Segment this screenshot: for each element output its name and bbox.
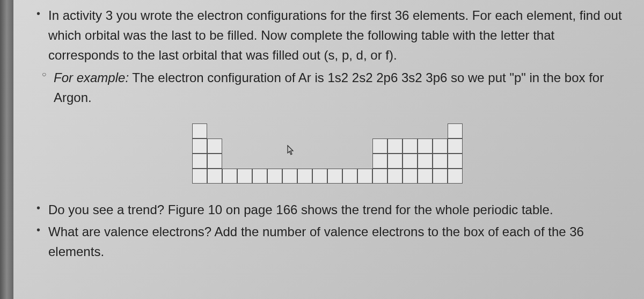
empty-cell [297, 154, 312, 169]
element-cell [192, 123, 207, 138]
empty-cell [372, 123, 387, 138]
example-text: The electron configuration of Ar is 1s2 … [54, 70, 604, 105]
element-cell [207, 138, 222, 154]
element-cell [418, 169, 433, 184]
empty-cell [402, 123, 418, 138]
element-cell [418, 138, 433, 154]
empty-cell [252, 123, 267, 138]
element-cell [433, 169, 448, 184]
element-cell [282, 169, 297, 184]
empty-cell [237, 138, 252, 154]
element-cell [207, 169, 222, 184]
element-cell [192, 169, 207, 184]
element-cell [192, 154, 207, 169]
empty-cell [282, 123, 297, 138]
element-cell [448, 169, 463, 184]
element-cell [402, 169, 418, 184]
element-cell [222, 169, 237, 184]
element-cell [448, 154, 463, 169]
empty-cell [222, 154, 237, 169]
element-cell [372, 169, 387, 184]
element-cell [387, 169, 402, 184]
empty-cell [418, 123, 433, 138]
empty-cell [433, 123, 448, 138]
element-cell [297, 169, 312, 184]
empty-cell [222, 123, 237, 138]
empty-cell [267, 138, 282, 154]
element-cell [448, 138, 463, 154]
empty-cell [342, 154, 357, 169]
empty-cell [357, 154, 372, 169]
example-prefix: For example: [54, 70, 129, 85]
element-cell [357, 169, 372, 184]
element-cell [267, 169, 282, 184]
empty-cell [342, 123, 357, 138]
element-cell [372, 138, 387, 154]
followup-list: Do you see a trend? Figure 10 on page 16… [32, 200, 623, 262]
element-cell [433, 154, 448, 169]
empty-cell [267, 154, 282, 169]
empty-cell [237, 123, 252, 138]
bullet-main-2: Do you see a trend? Figure 10 on page 16… [48, 200, 623, 220]
bullet-main-1: In activity 3 you wrote the electron con… [48, 5, 623, 65]
empty-cell [387, 123, 402, 138]
element-cell [387, 154, 402, 169]
element-cell [207, 154, 222, 169]
empty-cell [237, 154, 252, 169]
element-cell [327, 169, 342, 184]
empty-cell [312, 138, 327, 154]
bullet-main-3: What are valence electrons? Add the numb… [48, 222, 623, 261]
empty-cell [207, 123, 222, 138]
instruction-list: In activity 3 you wrote the electron con… [32, 5, 623, 107]
element-cell [192, 138, 207, 154]
empty-cell [252, 138, 267, 154]
element-cell [402, 154, 418, 169]
element-cell [433, 138, 448, 154]
empty-cell [282, 154, 297, 169]
element-cell [418, 154, 433, 169]
empty-cell [267, 123, 282, 138]
element-cell [342, 169, 357, 184]
bullet-sub-1: For example: The electron configuration … [54, 68, 623, 107]
element-cell [372, 154, 387, 169]
empty-cell [282, 138, 297, 154]
periodic-table-grid [192, 123, 463, 184]
empty-cell [297, 123, 312, 138]
empty-cell [312, 123, 327, 138]
periodic-table-figure [32, 123, 623, 184]
empty-cell [222, 138, 237, 154]
element-cell [387, 138, 402, 154]
empty-cell [342, 138, 357, 154]
element-cell [402, 138, 418, 154]
empty-cell [357, 138, 372, 154]
empty-cell [312, 154, 327, 169]
empty-cell [327, 138, 342, 154]
empty-cell [252, 154, 267, 169]
element-cell [312, 169, 327, 184]
element-cell [448, 123, 463, 138]
element-cell [237, 169, 252, 184]
empty-cell [327, 123, 342, 138]
empty-cell [327, 154, 342, 169]
empty-cell [297, 138, 312, 154]
empty-cell [357, 123, 372, 138]
element-cell [252, 169, 267, 184]
